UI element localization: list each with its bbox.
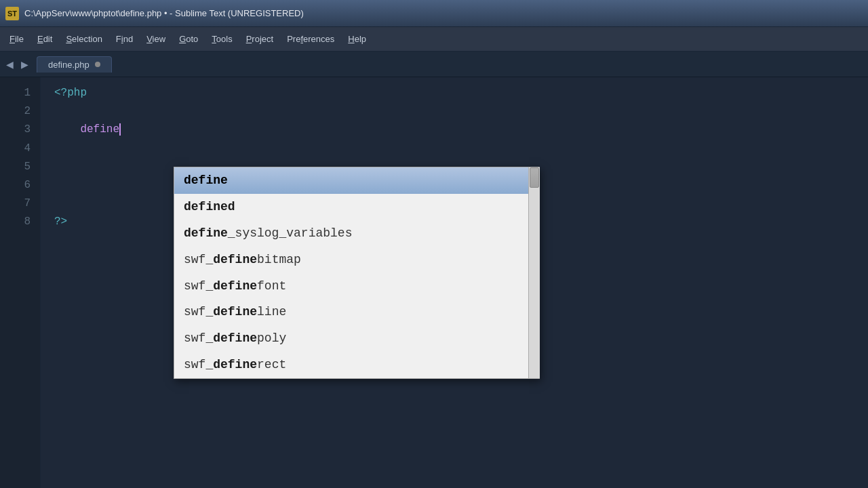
- ac-bold-define-syslog: define: [184, 224, 228, 243]
- ac-item-defined[interactable]: defined: [174, 194, 539, 220]
- menu-selection[interactable]: Selection: [59, 31, 108, 47]
- scroll-thumb[interactable]: [530, 167, 539, 188]
- line-num-6: 6: [0, 176, 31, 195]
- menu-find[interactable]: Find: [109, 31, 140, 47]
- code-line-1: <?php: [54, 84, 868, 102]
- autocomplete-dropdown[interactable]: define defined define_syslog_variables s…: [174, 167, 540, 378]
- ac-item-swf-poly[interactable]: swf_definepoly: [174, 325, 539, 352]
- tab-modified-dot: [95, 62, 100, 67]
- autocomplete-scrollbar[interactable]: [528, 167, 539, 378]
- code-content[interactable]: <?php define ?> define defined define_sy…: [41, 77, 868, 488]
- ac-bold-defined: defined: [184, 197, 235, 217]
- menu-tools[interactable]: Tools: [205, 31, 239, 47]
- menu-bar: File Edit Selection Find View Goto Tools…: [0, 27, 868, 52]
- ac-bold-swf-rect: define: [213, 355, 257, 375]
- ac-swf-prefix-rect: swf_: [184, 355, 213, 375]
- ac-item-swf-line[interactable]: swf_defineline: [174, 299, 539, 325]
- ac-rest-rect: rect: [257, 355, 286, 375]
- title-bar: ST C:\AppServ\www\phptot\define.php • - …: [0, 0, 868, 27]
- nav-forward-arrow[interactable]: ▶: [18, 58, 31, 71]
- tab-filename: define.php: [48, 60, 90, 70]
- line-num-2: 2: [0, 102, 31, 121]
- tab-bar: ◀ ▶ define.php: [0, 52, 868, 77]
- menu-help[interactable]: Help: [341, 31, 373, 47]
- ac-bold-swf-bitmap: define: [213, 250, 257, 270]
- menu-preferences[interactable]: Preferences: [280, 31, 341, 47]
- app-icon: ST: [5, 7, 19, 20]
- line-num-8: 8: [0, 213, 31, 231]
- menu-edit[interactable]: Edit: [31, 31, 59, 47]
- editor-area: 1 2 3 4 5 6 7 8 <?php define ?> define d…: [0, 77, 868, 488]
- ac-item-define[interactable]: define: [174, 167, 539, 194]
- ac-rest-syslog: _syslog_variables: [228, 224, 353, 243]
- ac-item-swf-bitmap[interactable]: swf_definebitmap: [174, 247, 539, 273]
- line-numbers: 1 2 3 4 5 6 7 8: [0, 77, 41, 488]
- ac-rest-font: font: [257, 277, 286, 296]
- menu-goto[interactable]: Goto: [172, 31, 205, 47]
- menu-file[interactable]: File: [3, 31, 31, 47]
- line-num-1: 1: [0, 84, 31, 102]
- ac-swf-prefix-line: swf_: [184, 302, 213, 322]
- scroll-track[interactable]: [529, 167, 540, 378]
- ac-bold-define: define: [184, 171, 228, 190]
- ac-rest-line: line: [257, 302, 286, 322]
- ac-item-define-syslog[interactable]: define_syslog_variables: [174, 220, 539, 247]
- ac-bold-swf-font: define: [213, 277, 257, 296]
- line-num-7: 7: [0, 195, 31, 213]
- line-num-4: 4: [0, 140, 31, 158]
- menu-view[interactable]: View: [140, 31, 172, 47]
- line-num-3: 3: [0, 121, 31, 139]
- ac-item-swf-font[interactable]: swf_definefont: [174, 273, 539, 300]
- ac-bold-swf-line: define: [213, 302, 257, 322]
- nav-back-arrow[interactable]: ◀: [3, 58, 16, 71]
- ac-item-swf-rect[interactable]: swf_definerect: [174, 352, 539, 378]
- ac-swf-prefix-poly: swf_: [184, 329, 213, 348]
- ac-swf-prefix-font: swf_: [184, 277, 213, 296]
- ac-bold-swf-poly: define: [213, 329, 257, 348]
- file-tab[interactable]: define.php: [37, 56, 112, 73]
- code-line-2: [54, 102, 868, 121]
- ac-swf-prefix-bitmap: swf_: [184, 250, 213, 270]
- line-num-5: 5: [0, 158, 31, 176]
- menu-project[interactable]: Project: [239, 31, 280, 47]
- ac-rest-poly: poly: [257, 329, 286, 348]
- code-line-3: define: [54, 121, 868, 139]
- window-title: C:\AppServ\www\phptot\define.php • - Sub…: [24, 8, 304, 18]
- ac-rest-bitmap: bitmap: [257, 250, 301, 270]
- code-line-4: [54, 140, 868, 158]
